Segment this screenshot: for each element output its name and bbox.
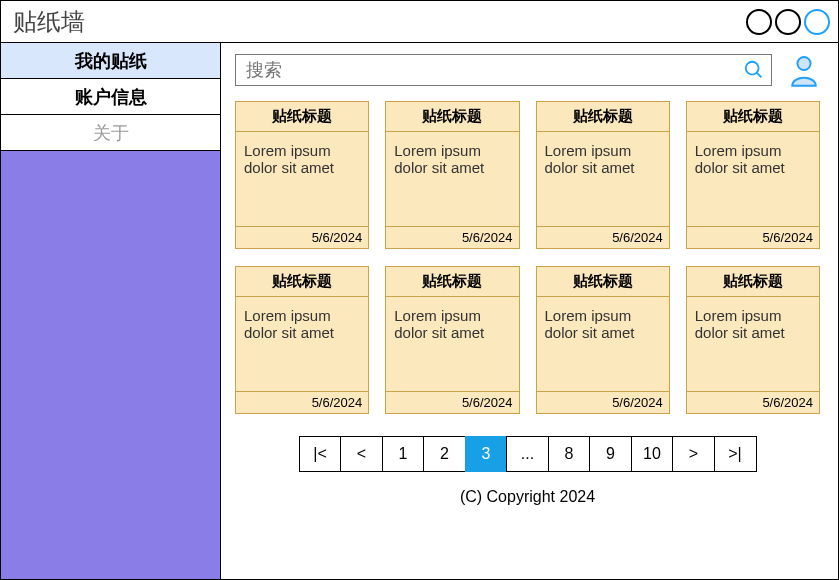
top-row [235,53,820,87]
page-first[interactable]: |< [299,436,342,472]
min-button[interactable] [746,9,772,35]
card-date: 5/6/2024 [687,392,819,413]
title-bar: 贴纸墙 [1,1,838,43]
page-10[interactable]: 10 [631,436,674,472]
sticker-card[interactable]: 贴纸标题 Lorem ipsum dolor sit amet 5/6/2024 [385,266,519,414]
page-prev[interactable]: < [340,436,383,472]
sidebar-item-label: 我的贴纸 [75,49,147,73]
search-input[interactable] [246,60,743,81]
avatar-icon[interactable] [788,53,820,87]
app-window: 贴纸墙 我的贴纸 账户信息 关于 贴纸标题 Lorem ip [0,0,839,580]
svg-point-0 [746,62,759,75]
window-controls [746,9,830,35]
card-body: Lorem ipsum dolor sit amet [386,297,518,392]
pagination: |< < 1 2 3 ... 8 9 10 > >| [235,436,820,472]
page-next[interactable]: > [672,436,715,472]
card-date: 5/6/2024 [687,227,819,248]
card-title: 贴纸标题 [386,267,518,297]
search-icon[interactable] [743,59,765,81]
card-title: 贴纸标题 [537,267,669,297]
app-body: 我的贴纸 账户信息 关于 贴纸标题 Lorem ipsum dolor sit … [1,43,838,579]
page-1[interactable]: 1 [382,436,425,472]
app-title: 贴纸墙 [13,6,85,38]
main-content: 贴纸标题 Lorem ipsum dolor sit amet 5/6/2024… [221,43,838,579]
card-body: Lorem ipsum dolor sit amet [537,297,669,392]
card-title: 贴纸标题 [687,102,819,132]
card-title: 贴纸标题 [386,102,518,132]
sidebar-item-label: 账户信息 [75,85,147,109]
card-date: 5/6/2024 [537,227,669,248]
sticker-card[interactable]: 贴纸标题 Lorem ipsum dolor sit amet 5/6/2024 [235,266,369,414]
card-body: Lorem ipsum dolor sit amet [386,132,518,227]
card-title: 贴纸标题 [687,267,819,297]
sticker-card[interactable]: 贴纸标题 Lorem ipsum dolor sit amet 5/6/2024 [235,101,369,249]
card-date: 5/6/2024 [236,392,368,413]
sidebar: 我的贴纸 账户信息 关于 [1,43,221,579]
card-body: Lorem ipsum dolor sit amet [236,132,368,227]
sticker-card[interactable]: 贴纸标题 Lorem ipsum dolor sit amet 5/6/2024 [686,266,820,414]
sticker-card[interactable]: 贴纸标题 Lorem ipsum dolor sit amet 5/6/2024 [536,101,670,249]
svg-line-1 [757,73,762,78]
card-date: 5/6/2024 [537,392,669,413]
sticker-card[interactable]: 贴纸标题 Lorem ipsum dolor sit amet 5/6/2024 [385,101,519,249]
page-2[interactable]: 2 [423,436,466,472]
card-date: 5/6/2024 [386,392,518,413]
page-8[interactable]: 8 [548,436,591,472]
card-body: Lorem ipsum dolor sit amet [687,297,819,392]
card-title: 贴纸标题 [236,102,368,132]
page-ellipsis: ... [506,436,549,472]
card-date: 5/6/2024 [236,227,368,248]
footer: (C) Copyright 2024 [235,488,820,506]
card-body: Lorem ipsum dolor sit amet [687,132,819,227]
sticker-grid: 贴纸标题 Lorem ipsum dolor sit amet 5/6/2024… [235,101,820,414]
close-button[interactable] [804,9,830,35]
sidebar-item-label: 关于 [93,121,129,145]
card-body: Lorem ipsum dolor sit amet [537,132,669,227]
page-3[interactable]: 3 [465,436,508,472]
max-button[interactable] [775,9,801,35]
sticker-card[interactable]: 贴纸标题 Lorem ipsum dolor sit amet 5/6/2024 [686,101,820,249]
sticker-card[interactable]: 贴纸标题 Lorem ipsum dolor sit amet 5/6/2024 [536,266,670,414]
card-date: 5/6/2024 [386,227,518,248]
card-body: Lorem ipsum dolor sit amet [236,297,368,392]
search-box[interactable] [235,54,772,86]
card-title: 贴纸标题 [537,102,669,132]
card-title: 贴纸标题 [236,267,368,297]
page-last[interactable]: >| [714,436,757,472]
sidebar-item-account[interactable]: 账户信息 [1,79,220,115]
sidebar-item-my-stickers[interactable]: 我的贴纸 [1,43,220,79]
svg-point-2 [797,57,810,70]
page-9[interactable]: 9 [589,436,632,472]
sidebar-item-about[interactable]: 关于 [1,115,220,151]
